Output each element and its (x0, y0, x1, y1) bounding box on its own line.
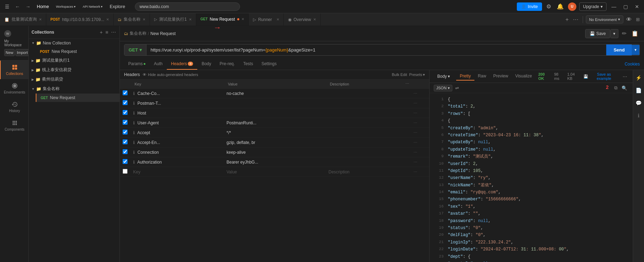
notifications-icon-button[interactable]: 🔔 (555, 2, 565, 11)
save-button[interactable]: 💾 Save (585, 29, 610, 38)
tab-params[interactable]: Params (124, 58, 150, 70)
tree-item-batch-test[interactable]: ▶ 📁 测试批量执行1 (29, 56, 119, 65)
row-checkbox-cell[interactable] (120, 98, 130, 108)
right-sidebar-btn-4[interactable]: ℹ (636, 111, 642, 120)
send-button[interactable]: Send (606, 44, 632, 55)
search-response-button[interactable]: 🔍 (620, 84, 629, 91)
row-more-button[interactable]: ⋯ (413, 160, 417, 165)
row-more-button[interactable]: ⋯ (413, 131, 417, 135)
row-more-button[interactable]: ⋯ (413, 140, 417, 145)
add-collection-button[interactable]: + (99, 29, 103, 36)
tab-new-request[interactable]: GET New Request ✕ (196, 13, 249, 26)
back-button[interactable]: ← (13, 2, 22, 11)
api-network-nav-dropdown[interactable]: API Network▾ (80, 4, 105, 10)
more-options-button[interactable]: ⋯ (621, 73, 629, 80)
right-sidebar-btn-2[interactable]: 📄 (633, 85, 644, 95)
tree-item-get-new-request[interactable]: GET New Request (36, 94, 119, 102)
tab-auth[interactable]: Auth (150, 58, 167, 70)
right-sidebar-btn-1[interactable]: ⚡ (633, 73, 644, 83)
tab-post-request[interactable]: POST http://10.0.9.35:1709... ✕ (46, 13, 114, 26)
new-tab-button[interactable]: + (564, 16, 570, 23)
row-checkbox-cell[interactable] (120, 147, 130, 157)
row-checkbox-cell[interactable] (120, 167, 130, 177)
row-more-button[interactable]: ⋯ (413, 101, 417, 106)
row-more-button[interactable]: ⋯ (413, 91, 417, 96)
tree-item-xian-tai[interactable]: ▶ 📁 线上泰安信易贷 (29, 65, 119, 75)
sidebar-item-environments[interactable]: Environments (0, 79, 28, 98)
search-input[interactable] (135, 2, 240, 11)
row-checkbox[interactable] (123, 90, 128, 95)
env-settings-button[interactable]: 👁 (625, 15, 633, 24)
bulk-edit-button[interactable]: Bulk Edit (392, 73, 407, 77)
tab-headers[interactable]: Headers 8 (167, 58, 197, 70)
sidebar-item-components[interactable]: Components (0, 116, 28, 135)
tab-pre-req[interactable]: Pre-req. (215, 58, 239, 70)
save-dropdown-button[interactable]: ▾ (610, 29, 618, 38)
row-checkbox-cell[interactable] (120, 118, 130, 128)
tree-item-hang-zhou[interactable]: ▶ 📁 衢州信易贷 (29, 75, 119, 84)
resp-tab-preview[interactable]: Preview (490, 72, 512, 81)
row-checkbox[interactable] (123, 149, 128, 154)
close-tab-icon[interactable]: ✕ (313, 18, 316, 21)
import-button[interactable]: Import (15, 49, 29, 56)
sidebar-item-collections[interactable]: Collections (0, 61, 28, 79)
row-checkbox[interactable] (123, 120, 128, 125)
body-tab-button[interactable]: Body ▾ (434, 73, 453, 80)
copy-response-button[interactable]: ⧉ (613, 84, 619, 91)
format-select[interactable]: JSON ▾ (434, 85, 452, 91)
copy-icon-button[interactable]: 📋 (630, 29, 640, 38)
resp-tab-raw[interactable]: Raw (474, 72, 490, 81)
tab-collection-name[interactable]: 🗂 集会名称 ✕ (114, 13, 150, 26)
close-tab-icon[interactable]: ✕ (189, 18, 192, 21)
close-tab-icon[interactable]: ✕ (143, 18, 145, 21)
row-more-button[interactable]: ⋯ (413, 111, 417, 116)
send-dropdown-button[interactable]: ▾ (632, 45, 639, 55)
row-checkbox-cell[interactable] (120, 138, 130, 147)
close-button[interactable]: ✕ (633, 2, 641, 11)
hamburger-menu-button[interactable]: ☰ (3, 2, 12, 11)
minimize-button[interactable]: — (609, 2, 618, 11)
close-tab-icon[interactable]: ✕ (276, 18, 279, 21)
row-checkbox[interactable] (123, 169, 128, 174)
invite-button[interactable]: 👤 Invite (517, 2, 542, 11)
resp-tab-pretty[interactable]: Pretty (456, 72, 474, 81)
home-nav-button[interactable]: Home (34, 2, 52, 11)
row-more-button[interactable]: ⋯ (413, 170, 417, 174)
tab-overview[interactable]: ◉ Overview ✕ (284, 13, 321, 26)
more-options-button[interactable]: ⋯ (110, 29, 117, 36)
tab-runner[interactable]: ▷ Runner ✕ (249, 13, 284, 26)
save-example-button[interactable]: 💾 Save as example (583, 72, 618, 81)
layout-button[interactable]: ⊞ (635, 15, 641, 23)
tab-body[interactable]: Body (197, 58, 215, 70)
tab-batch-query[interactable]: 📋 批量测试查询 ✕ (0, 13, 46, 26)
row-checkbox[interactable] (123, 110, 128, 115)
right-sidebar-btn-3[interactable]: 💬 (633, 98, 644, 108)
wrap-lines-button[interactable]: ⇌ (454, 85, 460, 91)
explore-nav-button[interactable]: Explore (107, 2, 128, 11)
tab-settings[interactable]: Settings (257, 58, 281, 70)
cookies-button[interactable]: Cookies (625, 62, 640, 67)
avatar[interactable]: U (568, 2, 576, 11)
tree-item-post-new-request[interactable]: POST New Request (36, 47, 119, 56)
row-checkbox-cell[interactable] (120, 128, 130, 138)
row-checkbox[interactable] (123, 159, 128, 164)
presets-button[interactable]: Presets ▾ (409, 73, 425, 77)
row-checkbox-cell[interactable] (120, 108, 130, 118)
resp-tab-visualize[interactable]: Visualize (512, 72, 535, 81)
tab-batch-exec[interactable]: ▷ 测试批量执行1 ✕ (150, 13, 196, 26)
forward-button[interactable]: → (23, 2, 33, 11)
close-tab-icon[interactable]: ✕ (241, 17, 244, 21)
tree-item-new-collection[interactable]: ▼ 📁 New Collection (29, 39, 119, 47)
sidebar-item-history[interactable]: History (0, 98, 28, 116)
tree-item-collection-name[interactable]: ▼ 📁 集会名称 (29, 84, 119, 94)
method-select[interactable]: GET ▾ (124, 44, 146, 55)
close-tab-icon[interactable]: ✕ (106, 18, 109, 21)
row-checkbox[interactable] (123, 130, 128, 135)
settings-icon-button[interactable]: ⚙ (545, 2, 553, 11)
filter-button[interactable]: ≡ (105, 29, 109, 36)
row-more-button[interactable]: ⋯ (413, 150, 417, 155)
edit-icon-button[interactable]: ✏ (621, 29, 628, 38)
environment-selector[interactable]: No Environment ▾ (586, 15, 623, 23)
row-more-button[interactable]: ⋯ (413, 121, 417, 125)
row-checkbox-cell[interactable] (120, 89, 130, 98)
